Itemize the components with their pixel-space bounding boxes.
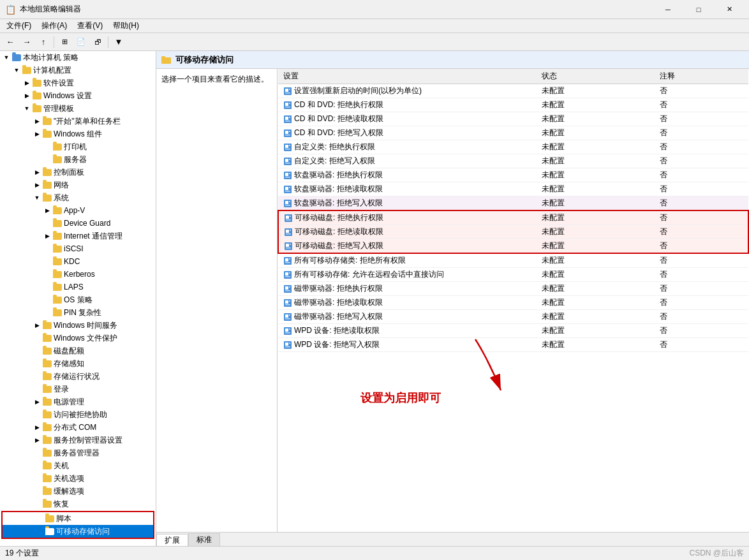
table-row[interactable]: 软盘驱动器: 拒绝写入权限未配置否: [278, 196, 748, 211]
tab-expand[interactable]: 扩展: [156, 534, 188, 546]
table-row[interactable]: 设置强制重新启动的时间(以秒为单位)未配置否: [278, 84, 748, 98]
tree-item-recovery[interactable]: 恢复: [0, 497, 156, 510]
tree-item-win-time[interactable]: ▶ Windows 时间服务: [0, 319, 156, 332]
tree-toggle-computer[interactable]: ▼: [11, 65, 22, 75]
tree-toggle-startmenu[interactable]: ▶: [32, 116, 42, 126]
tree-toggle-root[interactable]: ▼: [1, 52, 11, 63]
table-row[interactable]: CD 和 DVD: 拒绝执行权限未配置否: [278, 98, 748, 112]
tree-item-servers[interactable]: 服务器: [0, 153, 156, 166]
tree-item-laps[interactable]: LAPS: [0, 281, 156, 293]
svg-rect-31: [285, 187, 288, 190]
menu-file[interactable]: 文件(F): [1, 19, 36, 33]
tree-item-disk-quota[interactable]: 磁盘配额: [0, 344, 156, 357]
tree-item-computer[interactable]: ▼ 计算机配置: [0, 64, 156, 77]
properties-button[interactable]: 📄: [73, 35, 89, 49]
tree-toggle-app-v[interactable]: ▶: [42, 205, 52, 216]
menu-action[interactable]: 操作(A): [36, 19, 72, 33]
tree-toggle-software[interactable]: ▶: [22, 78, 32, 88]
table-row[interactable]: 自定义类: 拒绝执行权限未配置否: [278, 140, 748, 154]
policy-icon: [283, 86, 294, 95]
close-button[interactable]: ✕: [715, 1, 744, 18]
table-row[interactable]: 自定义类: 拒绝写入权限未配置否: [278, 154, 748, 168]
table-row[interactable]: 可移动磁盘: 拒绝读取权限未配置否: [278, 225, 748, 239]
toolbar: ← → ↑ ⊞ 📄 🗗 ▼: [0, 33, 749, 51]
tree-item-power[interactable]: ▶ 电源管理: [0, 395, 156, 408]
svg-rect-24: [285, 163, 290, 164]
tree-toggle-service-ctrl[interactable]: ▶: [32, 435, 42, 445]
tree-toggle-control-panel[interactable]: ▶: [32, 167, 42, 177]
menu-view[interactable]: 查看(V): [72, 19, 108, 33]
tree-item-app-v[interactable]: ▶ App-V: [0, 204, 156, 217]
tree-item-os-policy[interactable]: OS 策略: [0, 293, 156, 306]
tree-item-shutdown-options[interactable]: 关机选项: [0, 472, 156, 485]
table-row[interactable]: 可移动磁盘: 拒绝写入权限未配置否: [278, 239, 748, 254]
back-button[interactable]: ←: [3, 35, 18, 49]
tree-item-scripts[interactable]: 脚本: [3, 512, 153, 525]
tree-item-control-panel[interactable]: ▶ 控制面板: [0, 166, 156, 179]
tree-item-removable-storage[interactable]: 可移动存储访问: [3, 525, 153, 538]
filter-button[interactable]: ▼: [111, 35, 126, 49]
tree-toggle-win-components[interactable]: ▶: [32, 129, 42, 139]
tree-toggle-network[interactable]: ▶: [32, 180, 42, 190]
menu-help[interactable]: 帮助(H): [108, 19, 144, 33]
cell-setting-name: 软盘驱动器: 拒绝写入权限: [278, 196, 537, 211]
tree-item-internet-mgmt[interactable]: ▶ Internet 通信管理: [0, 230, 156, 242]
tree-toggle-distributed-com[interactable]: ▶: [32, 422, 42, 432]
table-row[interactable]: 可移动磁盘: 拒绝执行权限未配置否: [278, 210, 748, 225]
tree-item-storage-notify[interactable]: 存储感知: [0, 357, 156, 370]
forward-button[interactable]: →: [19, 35, 34, 49]
tree-item-printers[interactable]: 打印机: [0, 140, 156, 153]
tree-item-system[interactable]: ▼ 系统: [0, 191, 156, 204]
tree-toggle-system[interactable]: ▼: [32, 193, 42, 203]
tree-item-admin-templates[interactable]: ▼ 管理模板: [0, 102, 156, 115]
table-row[interactable]: CD 和 DVD: 拒绝读取权限未配置否: [278, 112, 748, 126]
up-button[interactable]: ↑: [36, 35, 51, 49]
table-row[interactable]: 磁带驱动器: 拒绝写入权限未配置否: [278, 310, 748, 324]
tree-label-removable-storage: 可移动存储访问: [56, 526, 110, 537]
show-hide-button[interactable]: ⊞: [57, 35, 72, 49]
right-panel-header: 可移动存储访问: [156, 51, 749, 69]
svg-rect-67: [285, 314, 288, 318]
tree-item-shutdown[interactable]: 关机: [0, 459, 156, 472]
table-row[interactable]: 所有可移动存储: 允许在远程会话中直接访问未配置否: [278, 268, 748, 282]
tree-item-software[interactable]: ▶ 软件设置: [0, 77, 156, 89]
tree-item-distributed-com[interactable]: ▶ 分布式 COM: [0, 421, 156, 434]
svg-rect-61: [289, 286, 290, 288]
tree-item-root[interactable]: ▼ 本地计算机 策略: [0, 51, 156, 64]
tree-toggle-power[interactable]: ▶: [32, 397, 42, 407]
tree-item-windows-settings[interactable]: ▶ Windows 设置: [0, 89, 156, 102]
tree-item-win-file-protect[interactable]: Windows 文件保护: [0, 332, 156, 344]
col-setting: 设置: [278, 69, 537, 84]
table-row[interactable]: 磁带驱动器: 拒绝读取权限未配置否: [278, 296, 748, 310]
table-row[interactable]: 软盘驱动器: 拒绝读取权限未配置否: [278, 182, 748, 196]
tree-item-pin[interactable]: PIN 复杂性: [0, 306, 156, 319]
new-window-button[interactable]: 🗗: [90, 35, 105, 49]
tree-toggle-windows-settings[interactable]: ▶: [22, 91, 32, 101]
tree-item-storage-status[interactable]: 存储运行状况: [0, 370, 156, 383]
tree-item-service-ctrl[interactable]: ▶ 服务控制管理器设置: [0, 434, 156, 446]
tree-toggle-admin-templates[interactable]: ▼: [22, 103, 32, 114]
tree-item-server-mgr[interactable]: 服务器管理器: [0, 446, 156, 459]
table-row[interactable]: CD 和 DVD: 拒绝写入权限未配置否: [278, 126, 748, 140]
tree-item-device-guard[interactable]: Device Guard: [0, 217, 156, 230]
tree-item-kdc[interactable]: KDC: [0, 255, 156, 268]
tree-item-mitigation[interactable]: 缓解选项: [0, 485, 156, 497]
tree-item-win-components[interactable]: ▶ Windows 组件: [0, 128, 156, 140]
cell-setting-text: 磁带驱动器: 拒绝读取权限: [294, 298, 383, 307]
folder-icon-recovery: [42, 499, 52, 508]
minimize-button[interactable]: ─: [653, 1, 683, 18]
tree-item-network[interactable]: ▶ 网络: [0, 179, 156, 191]
tree-toggle-internet-mgmt[interactable]: ▶: [42, 231, 52, 241]
table-row[interactable]: 软盘驱动器: 拒绝执行权限未配置否: [278, 168, 748, 182]
tree-item-startmenu[interactable]: ▶ "开始"菜单和任务栏: [0, 115, 156, 128]
tree-item-iscsi[interactable]: iSCSI: [0, 242, 156, 255]
tree-toggle-win-time[interactable]: ▶: [32, 320, 42, 330]
maximize-button[interactable]: □: [684, 1, 713, 18]
tree-item-access-deny[interactable]: 访问被拒绝协助: [0, 408, 156, 421]
tree-label-win-time: Windows 时间服务: [54, 320, 117, 331]
tree-item-kerberos[interactable]: Kerberos: [0, 268, 156, 281]
tab-standard[interactable]: 标准: [188, 533, 220, 546]
tree-item-login[interactable]: 登录: [0, 383, 156, 395]
table-row[interactable]: 磁带驱动器: 拒绝执行权限未配置否: [278, 282, 748, 296]
table-row[interactable]: 所有可移动存储类: 拒绝所有权限未配置否: [278, 253, 748, 268]
